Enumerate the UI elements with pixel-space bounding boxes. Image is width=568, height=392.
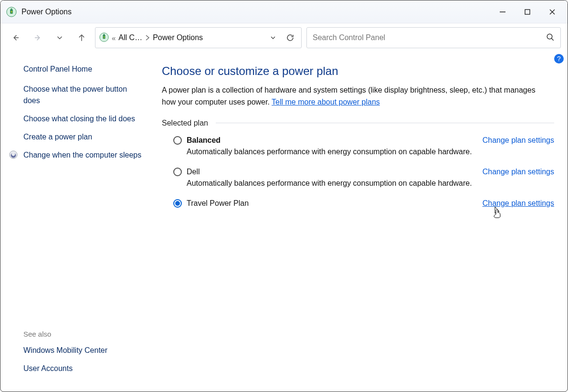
section-label: Selected plan [162,119,208,127]
section-header: Selected plan [162,119,554,127]
minimize-button[interactable] [490,3,515,21]
main-content: ? Choose or customize a power plan A pow… [153,52,568,392]
back-button[interactable] [7,29,24,46]
refresh-button[interactable] [283,31,297,45]
sidebar-link-power-button[interactable]: Choose what the power button does [23,85,127,105]
window: Power Options « All C… [0,0,568,392]
radio-balanced[interactable] [173,136,182,145]
svg-line-14 [551,38,554,41]
change-settings-travel[interactable]: Change plan settings [483,199,554,208]
close-button[interactable] [540,3,565,21]
sidebar-home-link[interactable]: Control Panel Home [23,64,145,75]
divider [216,123,554,123]
see-also-header: See also [23,330,145,338]
chevron-left-icon: « [112,34,116,42]
plan-dell: Dell Change plan settings Automatically … [162,164,554,195]
sidebar: Control Panel Home Choose what the power… [0,52,153,392]
svg-rect-2 [11,8,12,9]
window-title: Power Options [21,8,72,16]
help-icon[interactable]: ? [554,54,564,64]
svg-rect-4 [525,10,530,14]
maximize-button[interactable] [515,3,540,21]
nav-row: « All C… Power Options [0,23,568,52]
recent-locations-button[interactable] [51,29,68,46]
search-icon[interactable] [546,33,555,43]
breadcrumb-current[interactable]: Power Options [153,33,203,42]
sidebar-link-change-sleep[interactable]: Change when the computer sleeps [23,151,141,159]
sleep-icon [9,150,18,159]
seealso-user-accounts[interactable]: User Accounts [23,363,145,374]
sidebar-link-close-lid[interactable]: Choose what closing the lid does [23,115,135,123]
power-options-icon [6,7,17,17]
plan-name[interactable]: Travel Power Plan [187,199,249,208]
page-title: Choose or customize a power plan [162,64,554,78]
breadcrumb-root[interactable]: All C… [118,33,142,42]
sidebar-link-create-plan[interactable]: Create a power plan [23,133,92,141]
search-input[interactable] [313,33,546,42]
forward-button[interactable] [29,29,46,46]
radio-travel[interactable] [173,199,182,208]
page-description: A power plan is a collection of hardware… [162,85,544,108]
plan-desc: Automatically balances performance with … [187,148,554,156]
search-bar[interactable] [306,27,561,48]
radio-dell[interactable] [173,168,182,176]
chevron-right-icon [145,34,150,42]
plan-name[interactable]: Balanced [187,136,221,145]
plan-desc: Automatically balances performance with … [187,179,554,188]
change-settings-balanced[interactable]: Change plan settings [483,136,554,145]
body: Control Panel Home Choose what the power… [0,52,568,392]
svg-point-13 [547,34,552,39]
address-dropdown-button[interactable] [266,31,280,45]
up-button[interactable] [73,29,90,46]
plan-travel: Travel Power Plan Change plan settings [162,195,554,215]
plan-name[interactable]: Dell [187,168,200,176]
titlebar: Power Options [0,0,568,23]
change-settings-dell[interactable]: Change plan settings [483,168,554,176]
learn-more-link[interactable]: Tell me more about power plans [272,98,380,106]
address-bar[interactable]: « All C… Power Options [95,27,302,48]
plan-balanced: Balanced Change plan settings Automatica… [162,132,554,164]
seealso-mobility-center[interactable]: Windows Mobility Center [23,345,145,356]
address-icon [99,32,109,43]
svg-rect-12 [104,34,105,35]
